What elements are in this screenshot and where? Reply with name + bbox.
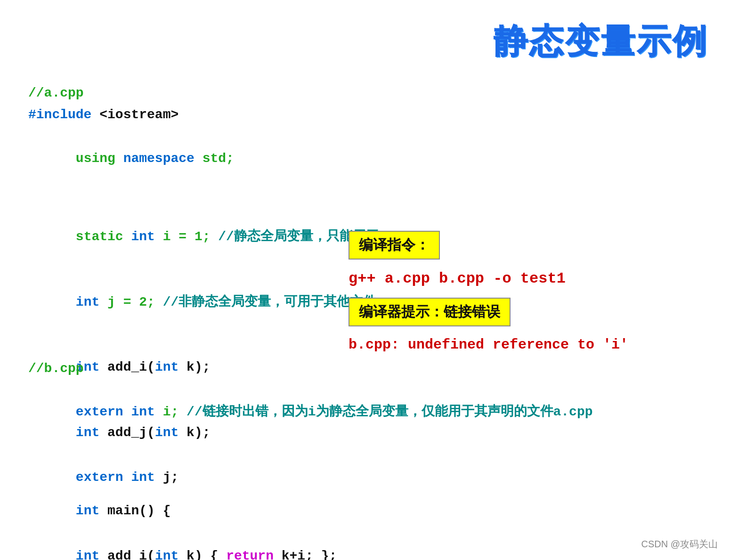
acpp-include: #include <iostream> [28, 104, 419, 126]
page-title: 静态变量示例 [494, 19, 708, 64]
error-msg: b.cpp: undefined reference to 'i' [349, 335, 628, 355]
footer-watermark: CSDN @攻码关山 [641, 538, 718, 551]
bcpp-extern-i: extern int i; //链接时出错，因为i为静态全局变量，仅能用于其声明… [28, 380, 593, 445]
compile-cmd: g++ a.cpp b.cpp -o test1 [349, 268, 628, 289]
bcpp-file-comment: //b.cpp [28, 358, 593, 380]
page-container: 静态变量示例 //a.cpp #include <iostream> using… [0, 0, 746, 560]
bcpp-extern-j: extern int j; [28, 445, 593, 511]
compile-label: 编译指令： [349, 231, 440, 260]
compiler-hint-label: 编译器提示：链接错误 [349, 298, 511, 326]
acpp-using: using namespace std; [28, 126, 419, 191]
bcpp-add-i-def: int add_i(int k) { return k+i; }; [28, 523, 593, 560]
bcpp-empty-line [28, 510, 593, 523]
annotation-area: 编译指令： g++ a.cpp b.cpp -o test1 编译器提示：链接错… [349, 231, 628, 355]
empty-line-1 [28, 191, 419, 204]
bcpp-code-section: //b.cpp extern int i; //链接时出错，因为i为静态全局变量… [28, 358, 593, 560]
acpp-file-comment: //a.cpp [28, 82, 419, 104]
